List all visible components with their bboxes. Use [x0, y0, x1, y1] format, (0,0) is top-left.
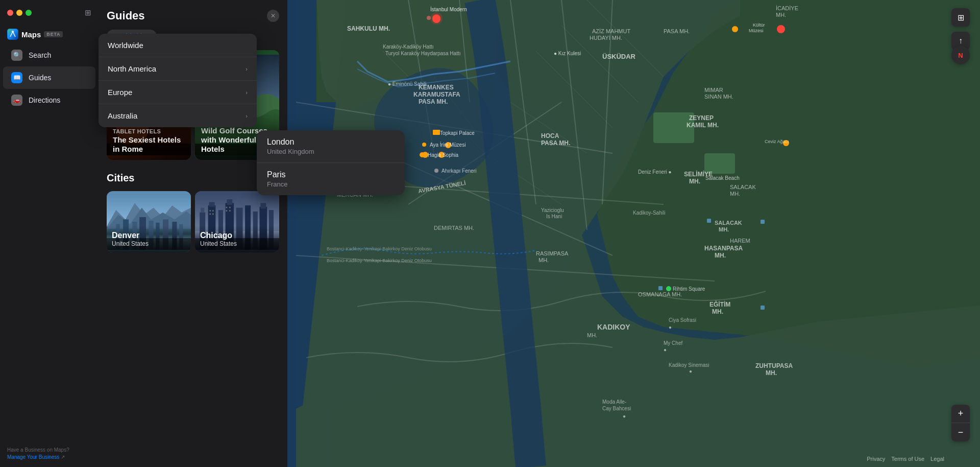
paris-city-label: Paris [267, 170, 395, 179]
svg-text:HOCA: HOCA [541, 132, 559, 139]
svg-point-62 [427, 16, 431, 20]
svg-text:Kadikoy-Sahili: Kadikoy-Sahili [633, 210, 665, 216]
map-toolbar-right: ⊞ ↑ [951, 8, 970, 50]
denver-city-name: Denver [112, 230, 186, 240]
app-icon [7, 29, 18, 40]
dropdown-item-australia[interactable]: Australia › [99, 104, 257, 127]
zoom-in-button[interactable]: + [951, 405, 970, 423]
dropdown-europe-chevron-icon: › [246, 89, 248, 96]
minimize-window-btn[interactable] [16, 10, 22, 16]
svg-text:Topkapi Palace: Topkapi Palace [440, 130, 475, 136]
svg-text:DEMIRTAS MH.: DEMIRTAS MH. [434, 225, 474, 231]
svg-text:SAHKULU MH.: SAHKULU MH. [347, 25, 390, 32]
svg-rect-98 [707, 219, 711, 223]
search-label: Search [29, 51, 51, 59]
svg-text:●: ● [664, 347, 667, 353]
zoom-minus-icon: − [958, 427, 964, 438]
svg-text:HASANPASA: HASANPASA [704, 245, 743, 252]
svg-text:Yazicioglu: Yazicioglu [541, 207, 564, 213]
svg-text:ZEYNEP: ZEYNEP [689, 114, 714, 122]
svg-text:SINAN MH.: SINAN MH. [704, 94, 733, 100]
city-card-denver[interactable]: Denver United States [107, 191, 191, 252]
sidebar: ⊞ Maps BETA 🔍 Search 📖 G [0, 0, 99, 467]
share-icon: ↑ [959, 36, 963, 45]
maximize-window-btn[interactable] [26, 10, 32, 16]
svg-text:PASA MH.: PASA MH. [419, 98, 448, 105]
svg-text:RASIMPASA: RASIMPASA [536, 250, 569, 256]
svg-text:Müzesi: Müzesi [749, 28, 764, 33]
svg-rect-152 [209, 214, 211, 215]
svg-rect-150 [209, 210, 211, 212]
dropdown-item-north-america[interactable]: North America › [99, 57, 257, 81]
zoom-plus-icon: + [958, 408, 964, 419]
manage-arrow-icon: ↗ [61, 454, 65, 460]
svg-text:MH.: MH. [715, 252, 726, 259]
business-section: Have a Business on Maps? Manage Your Bus… [0, 440, 99, 467]
compass[interactable]: N [951, 46, 970, 64]
svg-rect-154 [226, 207, 228, 208]
svg-text:İstanbul Modern: İstanbul Modern [430, 6, 467, 12]
svg-text:Kadikoy Sinemasi: Kadikoy Sinemasi [669, 362, 709, 368]
zoom-controls: + − [951, 405, 970, 441]
map-footer: Privacy Terms of Use Legal [867, 456, 944, 462]
sidebar-item-directions[interactable]: 🚗 Directions [3, 89, 95, 111]
close-window-btn[interactable] [7, 10, 13, 16]
svg-text:Moda Alle-: Moda Alle- [602, 399, 626, 405]
svg-rect-155 [229, 207, 231, 208]
sidebar-item-search[interactable]: 🔍 Search [3, 44, 95, 66]
svg-rect-157 [229, 210, 231, 212]
sidebar-item-guides[interactable]: 📖 Guides [3, 66, 95, 89]
panel-toggle-icon[interactable]: ⊞ [85, 8, 91, 17]
popup-item-london[interactable]: London United Kingdom [257, 130, 405, 163]
svg-text:Ceviz Ağacı: Ceviz Ağacı [765, 139, 789, 144]
svg-rect-100 [761, 220, 765, 224]
svg-text:Bostanci-Kadikoy-Yenikapi-Baki: Bostanci-Kadikoy-Yenikapi-Bakirkoy Deniz… [327, 246, 432, 251]
svg-text:MH.: MH. [712, 308, 723, 315]
city-card-chicago[interactable]: Chicago United States [195, 191, 279, 252]
svg-text:AZİZ MAHMUT: AZİZ MAHMUT [592, 28, 630, 34]
app-title-row: Maps BETA [0, 21, 99, 40]
dropdown-north-america-chevron-icon: › [246, 66, 248, 72]
svg-text:MIMAR: MIMAR [704, 87, 723, 93]
terms-link[interactable]: Terms of Use [891, 456, 924, 462]
privacy-link[interactable]: Privacy [867, 456, 885, 462]
svg-text:HAREM: HAREM [730, 238, 750, 244]
info-button[interactable]: ⊞ [951, 8, 970, 27]
svg-rect-156 [226, 210, 228, 212]
guides-close-button[interactable]: ✕ [267, 10, 279, 22]
svg-point-109 [12, 31, 14, 33]
svg-text:Bostanci-Kadikoy-Yenikapi-Baki: Bostanci-Kadikoy-Yenikapi-Bakirkoy Deniz… [327, 258, 432, 263]
svg-text:MH.: MH. [766, 369, 777, 377]
dropdown-australia-chevron-icon: › [246, 113, 248, 119]
popup-item-paris[interactable]: Paris France [257, 163, 405, 195]
dropdown-menu: Worldwide North America › Europe › Austr… [99, 34, 257, 127]
svg-text:MH.: MH. [719, 226, 729, 232]
guides-label: Guides [29, 74, 51, 82]
dropdown-item-europe[interactable]: Europe › [99, 81, 257, 104]
search-icon: 🔍 [11, 50, 22, 61]
svg-point-70 [434, 169, 438, 173]
svg-text:MH.: MH. [689, 178, 700, 185]
chicago-city-name: Chicago [200, 230, 274, 240]
rome-card-subtitle: Tablet Hotels [113, 128, 185, 134]
svg-text:Cay Bahcesi: Cay Bahcesi [602, 406, 631, 411]
svg-text:Hagia Sophia: Hagia Sophia [428, 152, 458, 158]
dropdown-item-worldwide[interactable]: Worldwide [99, 34, 257, 57]
svg-rect-153 [212, 214, 214, 215]
svg-text:ZUHTUPASA: ZUHTUPASA [755, 362, 793, 369]
svg-text:MH.: MH. [538, 257, 549, 263]
svg-text:SELİMİYE: SELİMİYE [684, 170, 713, 178]
guides-title: Guides [107, 9, 145, 22]
svg-point-60 [432, 15, 440, 23]
business-text: Have a Business on Maps? Manage Your Bus… [7, 447, 91, 461]
svg-rect-148 [260, 203, 266, 208]
svg-text:SALACAK: SALACAK [715, 220, 742, 226]
svg-text:OSMANAGA MH.: OSMANAGA MH. [638, 291, 682, 297]
svg-text:MH.: MH. [776, 12, 786, 18]
svg-text:SALACAK: SALACAK [730, 184, 756, 190]
svg-point-74 [666, 286, 671, 291]
zoom-out-button[interactable]: − [951, 423, 970, 441]
svg-text:İCADİYE: İCADİYE [776, 5, 798, 11]
manage-business-link[interactable]: Manage Your Business [7, 454, 59, 460]
legal-link[interactable]: Legal [930, 456, 944, 462]
